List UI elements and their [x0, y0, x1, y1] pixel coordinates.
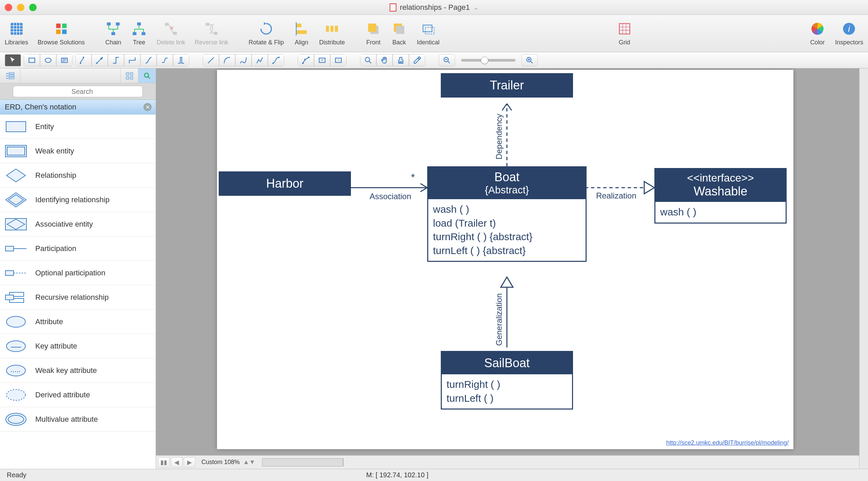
- svg-rect-54: [126, 77, 129, 79]
- distribute-icon: [324, 21, 340, 37]
- color-button[interactable]: Color: [809, 21, 826, 46]
- shape-entity[interactable]: Entity: [0, 114, 156, 139]
- svg-rect-21: [368, 24, 376, 32]
- connector-4[interactable]: [124, 54, 140, 66]
- svg-rect-5: [107, 22, 111, 25]
- diagram-source-link[interactable]: http://sce2.umkc.edu/BIT/burrise/pl/mode…: [666, 439, 789, 446]
- spline-tool[interactable]: [235, 54, 252, 66]
- zoom-stepper-icon[interactable]: ▲▼: [243, 459, 255, 466]
- grid-button[interactable]: Grid: [616, 21, 633, 46]
- rect-tool[interactable]: [24, 54, 40, 66]
- shape-multivalue-attribute[interactable]: Multivalue attribute: [0, 407, 156, 432]
- bezier-tool[interactable]: [268, 54, 284, 66]
- minimize-window-button[interactable]: [17, 4, 24, 11]
- svg-rect-24: [423, 25, 432, 32]
- node-sailboat[interactable]: SailBoat turnRight ( ) turnLeft ( ): [441, 351, 573, 410]
- hand-tool[interactable]: [376, 54, 393, 66]
- svg-point-56: [144, 73, 149, 77]
- svg-rect-23: [396, 26, 404, 34]
- eyedropper-tool[interactable]: [409, 54, 425, 66]
- magnifier-tool[interactable]: [360, 54, 376, 66]
- sidebar-grid-button[interactable]: [120, 68, 138, 83]
- shape-optional-participation[interactable]: Optional participation: [0, 261, 156, 285]
- back-icon: [391, 21, 407, 37]
- back-button[interactable]: Back: [391, 21, 407, 46]
- align-button[interactable]: Align: [293, 21, 310, 46]
- search-input[interactable]: [13, 86, 143, 97]
- label-association: Association: [370, 192, 411, 201]
- shape-key-attribute[interactable]: Key attribute: [0, 334, 156, 358]
- remove-point-tool[interactable]: −: [330, 54, 347, 66]
- zoom-in-button[interactable]: [521, 54, 538, 66]
- browse-solutions-button[interactable]: Browse Solutions: [38, 21, 85, 46]
- pointer-tool[interactable]: [5, 54, 21, 66]
- svg-point-64: [6, 316, 25, 327]
- front-button[interactable]: Front: [365, 21, 381, 46]
- libraries-button[interactable]: Libraries: [5, 21, 28, 46]
- sidebar-search-button[interactable]: [138, 68, 156, 83]
- sidebar-tree-button[interactable]: [0, 68, 20, 83]
- shape-attribute[interactable]: Attribute: [0, 310, 156, 334]
- identical-button[interactable]: Identical: [417, 21, 439, 46]
- front-icon: [365, 21, 381, 37]
- add-point-tool[interactable]: +: [314, 54, 330, 66]
- close-window-button[interactable]: [5, 4, 12, 11]
- connector-6[interactable]: [157, 54, 173, 66]
- tree-button[interactable]: Tree: [131, 21, 147, 46]
- diagram-page[interactable]: Trailer Harbor Boat {Abstract} wash ( ) …: [217, 70, 793, 449]
- svg-point-66: [6, 365, 25, 376]
- text-tool[interactable]: [56, 54, 73, 66]
- connector-7[interactable]: [173, 54, 189, 66]
- svg-rect-3: [56, 29, 60, 34]
- ellipse-tool[interactable]: [40, 54, 56, 66]
- edit-points-tool[interactable]: [298, 54, 314, 66]
- node-washable[interactable]: <<interface>> Washable wash ( ): [654, 168, 787, 224]
- chain-button[interactable]: Chain: [105, 21, 121, 46]
- node-harbor[interactable]: Harbor: [219, 171, 351, 196]
- inspectors-button[interactable]: i Inspectors: [835, 21, 863, 46]
- zoom-out-button[interactable]: [439, 54, 455, 66]
- sidebar-section-title[interactable]: ERD, Chen's notation ✕: [0, 100, 156, 114]
- svg-rect-62: [5, 271, 14, 275]
- connector-2[interactable]: [92, 54, 108, 66]
- svg-rect-26: [619, 24, 630, 34]
- fullscreen-window-button[interactable]: [29, 4, 37, 11]
- polyline-tool[interactable]: [252, 54, 268, 66]
- distribute-button[interactable]: Distribute: [319, 21, 345, 46]
- shape-weak-entity[interactable]: Weak entity: [0, 139, 156, 163]
- svg-point-45: [365, 57, 370, 62]
- zoom-slider-thumb[interactable]: [481, 57, 488, 64]
- shape-relationship[interactable]: Relationship: [0, 163, 156, 188]
- shape-associative-entity[interactable]: Associative entity: [0, 212, 156, 236]
- svg-rect-9: [133, 32, 136, 35]
- connector-5[interactable]: [140, 54, 157, 66]
- chevron-down-icon[interactable]: ⌄: [473, 4, 478, 11]
- page-next-button[interactable]: ▶: [184, 457, 195, 467]
- page-pause-button[interactable]: ▮▮: [158, 457, 170, 467]
- horizontal-scrollbar[interactable]: [262, 459, 343, 466]
- node-trailer[interactable]: Trailer: [441, 73, 573, 98]
- shape-weak-key-attribute[interactable]: Weak key attribute: [0, 358, 156, 383]
- rotate-flip-button[interactable]: Rotate & Flip: [249, 21, 284, 46]
- svg-point-67: [6, 390, 25, 400]
- page-prev-button[interactable]: ◀: [171, 457, 182, 467]
- libraries-icon: [8, 21, 25, 37]
- close-section-icon[interactable]: ✕: [143, 103, 152, 111]
- node-boat[interactable]: Boat {Abstract} wash ( ) load (Trailer t…: [427, 166, 587, 262]
- shape-identifying-relationship[interactable]: Identifying relationship: [0, 188, 156, 212]
- shape-recursive-relationship[interactable]: Recursive relationship: [0, 285, 156, 310]
- connector-1[interactable]: [75, 54, 92, 66]
- shape-participation[interactable]: Participation: [0, 236, 156, 261]
- shape-list: Entity Weak entity Relationship Identify…: [0, 114, 156, 469]
- document-icon: [390, 3, 396, 12]
- shape-derived-attribute[interactable]: Derived attribute: [0, 383, 156, 407]
- stamp-tool[interactable]: [393, 54, 409, 66]
- line-tool[interactable]: [203, 54, 219, 66]
- svg-rect-11: [165, 23, 169, 26]
- window-controls: [5, 4, 37, 11]
- connector-3[interactable]: [108, 54, 124, 66]
- arc-tool[interactable]: [219, 54, 235, 66]
- vertical-scrollbar[interactable]: [859, 68, 868, 469]
- zoom-slider[interactable]: [461, 59, 515, 62]
- reverse-link-button: Reverse link: [195, 21, 228, 46]
